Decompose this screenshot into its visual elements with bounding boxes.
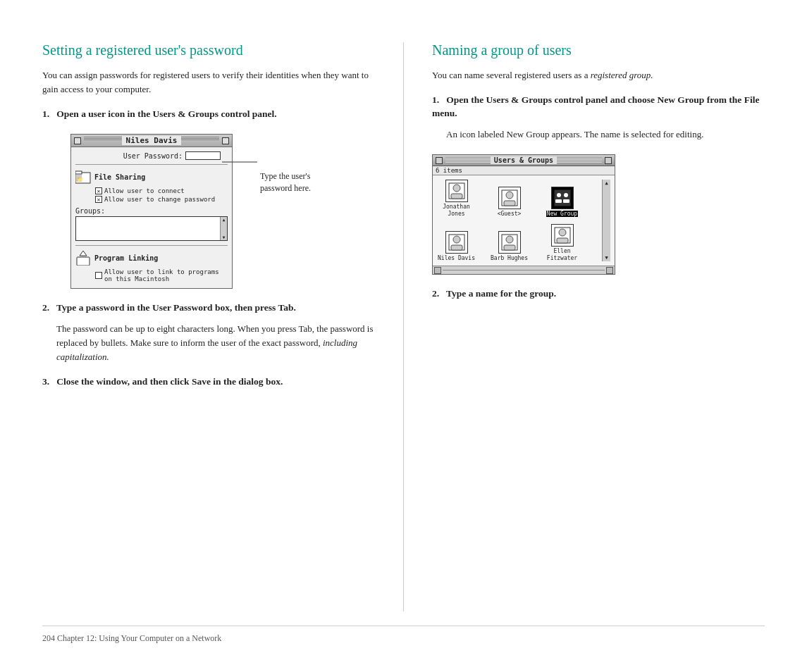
right-section-title: Naming a group of users: [432, 42, 765, 58]
file-sharing-label: File Sharing: [94, 173, 145, 181]
svg-point-22: [506, 236, 513, 243]
step-2-desc: The password can be up to eight characte…: [56, 322, 375, 364]
jonathan-jones-graphic: [445, 180, 468, 202]
icon-ellen-fitzwater: Ellen Fitzwater: [543, 224, 581, 261]
ug-icons-area: Jonathan Jones: [433, 175, 615, 266]
right-column: Naming a group of users You can name sev…: [404, 42, 765, 611]
ug-right-scrollbar: ▲ ▼: [602, 180, 610, 261]
svg-rect-20: [451, 245, 462, 250]
scroll-up[interactable]: ▲: [223, 217, 226, 223]
svg-text:📁: 📁: [77, 176, 83, 182]
users-groups-window-wrapper: Users & Groups 6 items: [432, 154, 765, 275]
svg-rect-1: [75, 171, 82, 174]
icon-barb-hughes: Barb Hughes: [490, 231, 529, 262]
svg-rect-4: [77, 257, 90, 266]
file-sharing-header: 📁 File Sharing: [75, 169, 228, 185]
step-2-text: Type a password in the User Password box…: [56, 302, 296, 313]
right-intro: You can name several registered users as…: [432, 68, 765, 82]
step-1-number: 1.: [42, 108, 49, 119]
users-groups-titlebar: Users & Groups: [433, 155, 615, 166]
svg-point-25: [559, 229, 566, 236]
step-2-italic: including capitalization.: [56, 337, 357, 362]
ellen-fitzwater-graphic: [551, 224, 574, 247]
step-3-number: 3.: [42, 376, 49, 387]
footer-text: 204 Chapter 12: Using Your Computer on a…: [42, 633, 221, 643]
callout-wrapper: Type the user's password here.: [222, 158, 311, 194]
svg-rect-9: [451, 194, 462, 199]
cb3-label: Allow user to link to programs on this M…: [104, 268, 219, 282]
cb2-row: ✕ Allow user to change password: [95, 196, 228, 203]
two-column-layout: Setting a registered user's password You…: [42, 42, 765, 611]
step-3-label: 3. Close the window, and then click Save…: [42, 375, 375, 389]
password-field-row: User Password:: [75, 151, 228, 160]
cb2[interactable]: ✕: [95, 196, 102, 203]
right-step-1-text: Open the Users & Groups control panel an…: [432, 94, 759, 118]
icon-guest: <Guest>: [490, 187, 529, 218]
svg-rect-12: [504, 201, 515, 206]
right-step-2: 2. Type a name for the group.: [432, 287, 765, 301]
program-linking-label: Program Linking: [94, 254, 158, 262]
icon-jonathan-jones: Jonathan Jones: [437, 180, 476, 217]
divider-1: [75, 164, 228, 165]
ug-close-box: [436, 157, 443, 164]
step-1: 1. Open a user icon in the Users & Group…: [42, 108, 375, 289]
step-1-label: 1. Open a user icon in the Users & Group…: [42, 108, 375, 121]
svg-point-11: [506, 192, 513, 199]
step-2: 2. Type a password in the User Password …: [42, 301, 375, 364]
mac-window-users-groups: Users & Groups 6 items: [432, 154, 615, 275]
svg-point-8: [453, 185, 460, 192]
ug-scroll-up[interactable]: ▲: [605, 180, 608, 186]
ellen-fitzwater-label: Ellen Fitzwater: [543, 248, 581, 261]
icon-new-group: New Group: [543, 187, 581, 218]
left-section-title: Setting a registered user's password: [42, 42, 375, 58]
svg-point-19: [453, 236, 460, 243]
mac-window-password: Niles Davis User Password:: [70, 134, 233, 289]
close-box: [74, 137, 81, 144]
cb1[interactable]: ✕: [95, 187, 102, 194]
ug-icons-main: Jonathan Jones: [437, 180, 602, 261]
svg-rect-17: [563, 199, 569, 203]
svg-rect-26: [557, 238, 568, 243]
right-step-1: 1. Open the Users & Groups control panel…: [432, 94, 765, 275]
new-group-label: New Group: [546, 211, 578, 218]
groups-box: ▲ ▼: [75, 216, 228, 241]
password-label: User Password:: [123, 152, 183, 160]
left-column: Setting a registered user's password You…: [42, 42, 404, 611]
new-group-graphic: [551, 187, 574, 209]
page-footer: 204 Chapter 12: Using Your Computer on a…: [42, 626, 765, 644]
right-step-2-text: Type a name for the group.: [446, 288, 556, 299]
icon-niles-davis: Niles Davis: [437, 231, 476, 262]
cb1-row: ✕ Allow user to connect: [95, 187, 228, 194]
program-linking-header: Program Linking: [75, 250, 228, 266]
divider-2: [75, 245, 228, 246]
niles-davis-label: Niles Davis: [438, 255, 475, 262]
groups-label: Groups:: [75, 207, 228, 215]
barb-hughes-label: Barb Hughes: [491, 255, 528, 262]
cb3-row: Allow user to link to programs on this M…: [95, 268, 228, 282]
right-step-1-label: 1. Open the Users & Groups control panel…: [432, 94, 765, 120]
callout-line-svg: [222, 158, 257, 166]
ug-scroll-down[interactable]: ▼: [605, 255, 608, 261]
cb3[interactable]: [95, 272, 102, 279]
right-step-1-desc: An icon labeled New Group appears. The n…: [446, 127, 765, 142]
right-step-2-label: 2. Type a name for the group.: [432, 287, 765, 301]
svg-point-15: [564, 193, 568, 197]
ug-resize-box: [606, 267, 613, 274]
ug-window-title: Users & Groups: [491, 156, 557, 164]
cb1-label: Allow user to connect: [104, 187, 185, 194]
ug-zoom-box: [605, 157, 612, 164]
left-intro: You can assign passwords for registered …: [42, 68, 375, 97]
jonathan-jones-label: Jonathan Jones: [437, 204, 476, 217]
ug-icons-row-2: Niles Davis: [437, 224, 602, 261]
groups-scrollbar: ▲ ▼: [220, 217, 227, 240]
ug-item-count: 6 items: [436, 167, 462, 174]
guest-label: <Guest>: [498, 211, 522, 218]
ug-status-bar: 6 items: [433, 166, 615, 175]
ug-icons-row-1: Jonathan Jones: [437, 180, 602, 217]
file-sharing-icon: 📁: [75, 169, 91, 185]
scroll-down[interactable]: ▼: [223, 235, 226, 240]
guest-graphic: [498, 187, 521, 209]
step-2-number: 2.: [42, 302, 49, 313]
page-container: Setting a registered user's password You…: [0, 0, 807, 672]
password-input[interactable]: [185, 151, 221, 160]
